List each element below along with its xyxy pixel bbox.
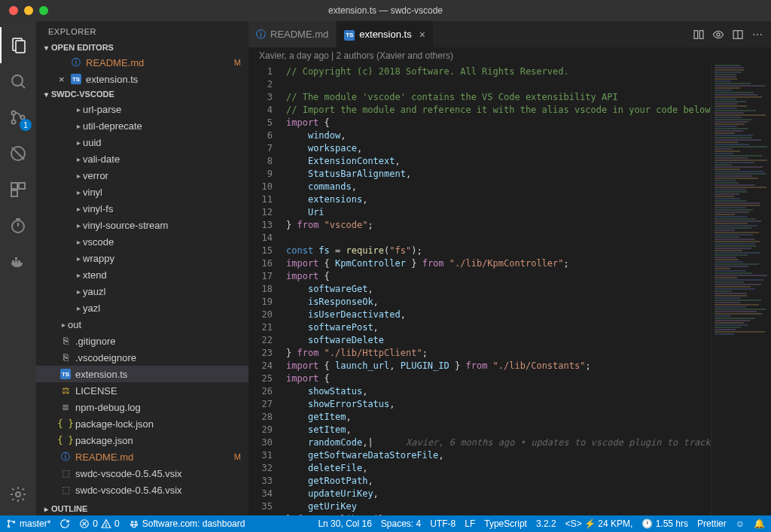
warning-icon [101, 518, 111, 529]
preview-icon[interactable] [712, 29, 724, 41]
file-item[interactable]: ⓘREADME.mdM [36, 448, 248, 465]
problems[interactable]: 0 0 [79, 518, 119, 529]
svg-point-40 [132, 524, 136, 527]
file-item[interactable]: ≣npm-debug.log [36, 399, 248, 415]
window-controls [0, 6, 48, 15]
file-item[interactable]: ⬚swdc-vscode-0.5.46.vsix [36, 482, 248, 498]
project-header[interactable]: ▾ SWDC-VSCODE [36, 87, 248, 101]
close-window-button[interactable] [9, 6, 18, 15]
svg-point-4 [12, 111, 16, 115]
file-item[interactable]: ⎘.vscodeignore [36, 349, 248, 366]
titlebar: extension.ts — swdc-vscode [0, 0, 771, 21]
svg-rect-9 [11, 183, 17, 189]
debug-icon[interactable] [0, 135, 36, 172]
chevron-down-icon: ▾ [41, 90, 51, 99]
project-label: SWDC-VSCODE [51, 90, 114, 99]
paw-icon [129, 518, 139, 529]
folder-item[interactable]: ▸out [36, 316, 248, 333]
time-tracked[interactable]: 🕐 1.55 hrs [641, 518, 688, 529]
file-item[interactable]: TSextension.ts [36, 366, 248, 382]
file-item[interactable]: { }package.json [36, 432, 248, 448]
svg-point-37 [135, 521, 136, 523]
git-branch[interactable]: master* [6, 518, 50, 529]
editor-tabs: ⓘREADME.mdTSextension.ts× [248, 21, 771, 47]
explorer-sidebar: EXPLORER ▾ OPEN EDITORS ⓘREADME.mdM×TSex… [36, 21, 248, 515]
folder-item[interactable]: ▸vscode [36, 233, 248, 250]
svg-rect-18 [15, 257, 17, 260]
explorer-icon[interactable] [0, 27, 36, 63]
folder-item[interactable]: ▸xtend [36, 266, 248, 283]
error-icon [79, 518, 90, 529]
branch-icon [6, 518, 17, 529]
file-item[interactable]: { }package-lock.json [36, 415, 248, 432]
close-tab-icon[interactable]: × [419, 29, 425, 41]
extensions-icon[interactable] [0, 172, 36, 208]
svg-rect-1 [16, 41, 25, 53]
editor-actions [693, 21, 771, 47]
ts-version[interactable]: 3.2.2 [536, 518, 556, 529]
kpm-rate[interactable]: <S> ⚡ 24 KPM, [565, 518, 633, 529]
folder-item[interactable]: ▸yauzl [36, 283, 248, 299]
prettier-status[interactable]: Prettier [697, 518, 727, 529]
open-editors-header[interactable]: ▾ OPEN EDITORS [36, 41, 248, 54]
more-icon[interactable] [751, 29, 763, 41]
compare-icon[interactable] [693, 29, 705, 41]
folder-item[interactable]: ▸yazl [36, 299, 248, 316]
svg-point-2 [12, 75, 23, 86]
scm-badge: 1 [20, 119, 32, 131]
svg-rect-10 [19, 183, 25, 189]
code-editor[interactable]: 1234567891011121314151617181920212223242… [248, 64, 771, 515]
minimap[interactable] [711, 64, 771, 515]
svg-point-22 [717, 33, 720, 36]
svg-rect-17 [18, 260, 20, 263]
open-editor-item[interactable]: ⓘREADME.mdM [36, 54, 248, 71]
indentation[interactable]: Spaces: 4 [381, 518, 421, 529]
folder-item[interactable]: ▸verror [36, 167, 248, 184]
feedback-icon[interactable]: ☺ [736, 518, 745, 529]
folder-item[interactable]: ▸vinyl-source-stream [36, 217, 248, 233]
split-icon[interactable] [732, 29, 744, 41]
software-dashboard[interactable]: Software.com: dashboard [129, 518, 245, 529]
settings-gear-icon[interactable] [0, 476, 36, 512]
eol[interactable]: LF [465, 518, 475, 529]
maximize-window-button[interactable] [39, 6, 48, 15]
editor-tab[interactable]: TSextension.ts× [337, 21, 434, 47]
status-bar: master* 0 0 Software.com: dashboard Ln 3… [0, 515, 771, 532]
folder-item[interactable]: ▸wrappy [36, 250, 248, 266]
chevron-right-icon: ▸ [41, 505, 51, 513]
svg-point-35 [106, 525, 107, 526]
code-content[interactable]: // Copyright (c) 2018 Software. All Righ… [286, 64, 711, 515]
docker-icon[interactable] [0, 244, 36, 280]
editor-tab[interactable]: ⓘREADME.md [248, 21, 337, 47]
sync-icon [59, 518, 70, 529]
encoding[interactable]: UTF-8 [430, 518, 456, 529]
source-control-icon[interactable] [0, 99, 36, 135]
file-item[interactable]: ⬚swdc-vscode-0.5.45.vsix [36, 465, 248, 482]
folder-item[interactable]: ▸vinyl-fs [36, 200, 248, 217]
cursor-position[interactable]: Ln 30, Col 16 [318, 518, 371, 529]
open-editor-item[interactable]: ×TSextension.ts [36, 71, 248, 87]
outline-label: OUTLINE [51, 504, 87, 513]
line-numbers: 1234567891011121314151617181920212223242… [248, 64, 286, 515]
svg-rect-16 [15, 260, 17, 263]
folder-item[interactable]: ▸url-parse [36, 101, 248, 117]
search-icon[interactable] [0, 63, 36, 99]
svg-point-19 [16, 492, 20, 497]
language-mode[interactable]: TypeScript [484, 518, 527, 529]
file-item[interactable]: ⎘.gitignore [36, 333, 248, 349]
outline-header[interactable]: ▸ OUTLINE [36, 502, 248, 515]
svg-line-8 [12, 147, 24, 160]
folder-item[interactable]: ▸vali-date [36, 150, 248, 167]
svg-point-36 [131, 521, 133, 523]
folder-item[interactable]: ▸vinyl [36, 184, 248, 200]
chevron-down-icon: ▾ [41, 44, 51, 52]
svg-point-5 [12, 120, 16, 124]
sync-button[interactable] [59, 518, 70, 529]
notifications-bell-icon[interactable]: 🔔 [754, 518, 765, 529]
timer-icon[interactable] [0, 208, 36, 244]
file-item[interactable]: ⚖LICENSE [36, 382, 248, 399]
folder-item[interactable]: ▸uuid [36, 134, 248, 150]
svg-point-27 [760, 34, 762, 35]
minimize-window-button[interactable] [24, 6, 33, 15]
folder-item[interactable]: ▸util-deprecate [36, 117, 248, 134]
